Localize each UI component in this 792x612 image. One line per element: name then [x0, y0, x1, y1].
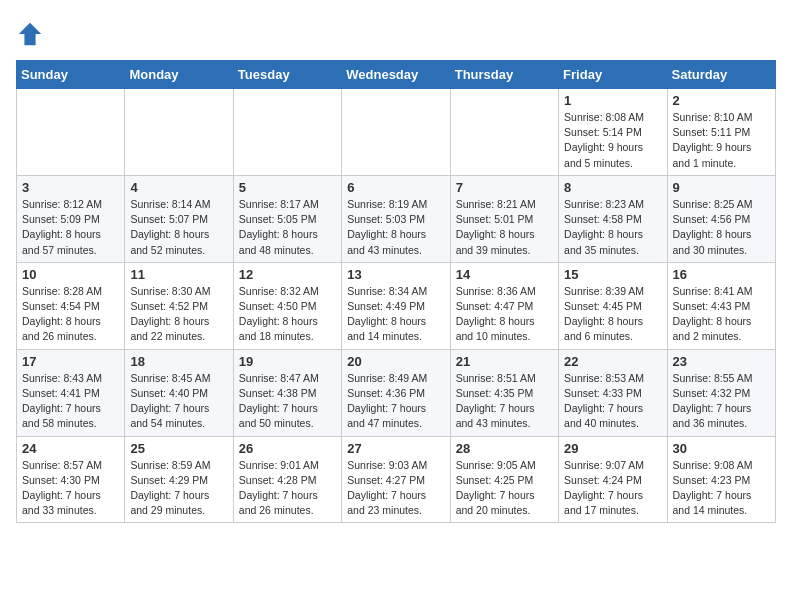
day-number: 22	[564, 354, 661, 369]
calendar-cell: 30Sunrise: 9:08 AM Sunset: 4:23 PM Dayli…	[667, 436, 775, 523]
day-number: 3	[22, 180, 119, 195]
weekday-header-wednesday: Wednesday	[342, 61, 450, 89]
calendar-cell	[233, 89, 341, 176]
calendar-cell: 25Sunrise: 8:59 AM Sunset: 4:29 PM Dayli…	[125, 436, 233, 523]
calendar-cell: 29Sunrise: 9:07 AM Sunset: 4:24 PM Dayli…	[559, 436, 667, 523]
week-row-5: 24Sunrise: 8:57 AM Sunset: 4:30 PM Dayli…	[17, 436, 776, 523]
day-number: 20	[347, 354, 444, 369]
day-info: Sunrise: 8:21 AM Sunset: 5:01 PM Dayligh…	[456, 197, 553, 258]
day-number: 14	[456, 267, 553, 282]
day-info: Sunrise: 8:47 AM Sunset: 4:38 PM Dayligh…	[239, 371, 336, 432]
calendar-cell: 23Sunrise: 8:55 AM Sunset: 4:32 PM Dayli…	[667, 349, 775, 436]
day-number: 7	[456, 180, 553, 195]
calendar: SundayMondayTuesdayWednesdayThursdayFrid…	[16, 60, 776, 523]
weekday-header-monday: Monday	[125, 61, 233, 89]
day-number: 16	[673, 267, 770, 282]
day-info: Sunrise: 9:07 AM Sunset: 4:24 PM Dayligh…	[564, 458, 661, 519]
calendar-cell: 27Sunrise: 9:03 AM Sunset: 4:27 PM Dayli…	[342, 436, 450, 523]
day-info: Sunrise: 8:10 AM Sunset: 5:11 PM Dayligh…	[673, 110, 770, 171]
svg-marker-0	[19, 23, 41, 45]
calendar-cell: 17Sunrise: 8:43 AM Sunset: 4:41 PM Dayli…	[17, 349, 125, 436]
day-number: 6	[347, 180, 444, 195]
weekday-header-sunday: Sunday	[17, 61, 125, 89]
day-info: Sunrise: 8:36 AM Sunset: 4:47 PM Dayligh…	[456, 284, 553, 345]
calendar-cell: 16Sunrise: 8:41 AM Sunset: 4:43 PM Dayli…	[667, 262, 775, 349]
day-info: Sunrise: 8:08 AM Sunset: 5:14 PM Dayligh…	[564, 110, 661, 171]
calendar-cell: 26Sunrise: 9:01 AM Sunset: 4:28 PM Dayli…	[233, 436, 341, 523]
day-number: 18	[130, 354, 227, 369]
weekday-header-row: SundayMondayTuesdayWednesdayThursdayFrid…	[17, 61, 776, 89]
calendar-cell: 28Sunrise: 9:05 AM Sunset: 4:25 PM Dayli…	[450, 436, 558, 523]
day-info: Sunrise: 8:14 AM Sunset: 5:07 PM Dayligh…	[130, 197, 227, 258]
logo-icon	[16, 20, 44, 48]
calendar-cell: 21Sunrise: 8:51 AM Sunset: 4:35 PM Dayli…	[450, 349, 558, 436]
day-number: 2	[673, 93, 770, 108]
logo	[16, 20, 48, 48]
calendar-cell: 5Sunrise: 8:17 AM Sunset: 5:05 PM Daylig…	[233, 175, 341, 262]
day-info: Sunrise: 9:01 AM Sunset: 4:28 PM Dayligh…	[239, 458, 336, 519]
calendar-cell: 13Sunrise: 8:34 AM Sunset: 4:49 PM Dayli…	[342, 262, 450, 349]
calendar-cell: 4Sunrise: 8:14 AM Sunset: 5:07 PM Daylig…	[125, 175, 233, 262]
day-info: Sunrise: 8:43 AM Sunset: 4:41 PM Dayligh…	[22, 371, 119, 432]
day-number: 9	[673, 180, 770, 195]
day-info: Sunrise: 8:49 AM Sunset: 4:36 PM Dayligh…	[347, 371, 444, 432]
day-number: 8	[564, 180, 661, 195]
day-number: 5	[239, 180, 336, 195]
calendar-cell: 11Sunrise: 8:30 AM Sunset: 4:52 PM Dayli…	[125, 262, 233, 349]
calendar-cell: 6Sunrise: 8:19 AM Sunset: 5:03 PM Daylig…	[342, 175, 450, 262]
day-number: 24	[22, 441, 119, 456]
day-info: Sunrise: 8:41 AM Sunset: 4:43 PM Dayligh…	[673, 284, 770, 345]
day-number: 10	[22, 267, 119, 282]
day-number: 29	[564, 441, 661, 456]
day-number: 4	[130, 180, 227, 195]
calendar-cell: 10Sunrise: 8:28 AM Sunset: 4:54 PM Dayli…	[17, 262, 125, 349]
day-number: 15	[564, 267, 661, 282]
calendar-cell: 9Sunrise: 8:25 AM Sunset: 4:56 PM Daylig…	[667, 175, 775, 262]
calendar-cell: 3Sunrise: 8:12 AM Sunset: 5:09 PM Daylig…	[17, 175, 125, 262]
week-row-2: 3Sunrise: 8:12 AM Sunset: 5:09 PM Daylig…	[17, 175, 776, 262]
day-info: Sunrise: 8:19 AM Sunset: 5:03 PM Dayligh…	[347, 197, 444, 258]
calendar-cell: 2Sunrise: 8:10 AM Sunset: 5:11 PM Daylig…	[667, 89, 775, 176]
weekday-header-friday: Friday	[559, 61, 667, 89]
weekday-header-tuesday: Tuesday	[233, 61, 341, 89]
week-row-3: 10Sunrise: 8:28 AM Sunset: 4:54 PM Dayli…	[17, 262, 776, 349]
week-row-4: 17Sunrise: 8:43 AM Sunset: 4:41 PM Dayli…	[17, 349, 776, 436]
day-info: Sunrise: 8:32 AM Sunset: 4:50 PM Dayligh…	[239, 284, 336, 345]
calendar-cell: 8Sunrise: 8:23 AM Sunset: 4:58 PM Daylig…	[559, 175, 667, 262]
day-number: 21	[456, 354, 553, 369]
day-info: Sunrise: 9:08 AM Sunset: 4:23 PM Dayligh…	[673, 458, 770, 519]
calendar-cell: 14Sunrise: 8:36 AM Sunset: 4:47 PM Dayli…	[450, 262, 558, 349]
day-number: 28	[456, 441, 553, 456]
day-info: Sunrise: 8:55 AM Sunset: 4:32 PM Dayligh…	[673, 371, 770, 432]
calendar-cell: 22Sunrise: 8:53 AM Sunset: 4:33 PM Dayli…	[559, 349, 667, 436]
day-info: Sunrise: 9:03 AM Sunset: 4:27 PM Dayligh…	[347, 458, 444, 519]
calendar-cell	[17, 89, 125, 176]
day-number: 12	[239, 267, 336, 282]
day-number: 17	[22, 354, 119, 369]
day-info: Sunrise: 8:12 AM Sunset: 5:09 PM Dayligh…	[22, 197, 119, 258]
calendar-cell: 18Sunrise: 8:45 AM Sunset: 4:40 PM Dayli…	[125, 349, 233, 436]
day-info: Sunrise: 8:34 AM Sunset: 4:49 PM Dayligh…	[347, 284, 444, 345]
day-info: Sunrise: 8:17 AM Sunset: 5:05 PM Dayligh…	[239, 197, 336, 258]
day-number: 27	[347, 441, 444, 456]
calendar-cell	[342, 89, 450, 176]
day-info: Sunrise: 8:39 AM Sunset: 4:45 PM Dayligh…	[564, 284, 661, 345]
week-row-1: 1Sunrise: 8:08 AM Sunset: 5:14 PM Daylig…	[17, 89, 776, 176]
day-info: Sunrise: 8:25 AM Sunset: 4:56 PM Dayligh…	[673, 197, 770, 258]
calendar-cell: 24Sunrise: 8:57 AM Sunset: 4:30 PM Dayli…	[17, 436, 125, 523]
day-number: 30	[673, 441, 770, 456]
calendar-cell: 7Sunrise: 8:21 AM Sunset: 5:01 PM Daylig…	[450, 175, 558, 262]
day-number: 19	[239, 354, 336, 369]
day-number: 26	[239, 441, 336, 456]
calendar-cell: 19Sunrise: 8:47 AM Sunset: 4:38 PM Dayli…	[233, 349, 341, 436]
weekday-header-saturday: Saturday	[667, 61, 775, 89]
day-info: Sunrise: 8:59 AM Sunset: 4:29 PM Dayligh…	[130, 458, 227, 519]
day-info: Sunrise: 8:30 AM Sunset: 4:52 PM Dayligh…	[130, 284, 227, 345]
day-info: Sunrise: 9:05 AM Sunset: 4:25 PM Dayligh…	[456, 458, 553, 519]
day-info: Sunrise: 8:28 AM Sunset: 4:54 PM Dayligh…	[22, 284, 119, 345]
calendar-cell	[450, 89, 558, 176]
day-info: Sunrise: 8:51 AM Sunset: 4:35 PM Dayligh…	[456, 371, 553, 432]
calendar-cell: 20Sunrise: 8:49 AM Sunset: 4:36 PM Dayli…	[342, 349, 450, 436]
calendar-cell	[125, 89, 233, 176]
calendar-cell: 12Sunrise: 8:32 AM Sunset: 4:50 PM Dayli…	[233, 262, 341, 349]
